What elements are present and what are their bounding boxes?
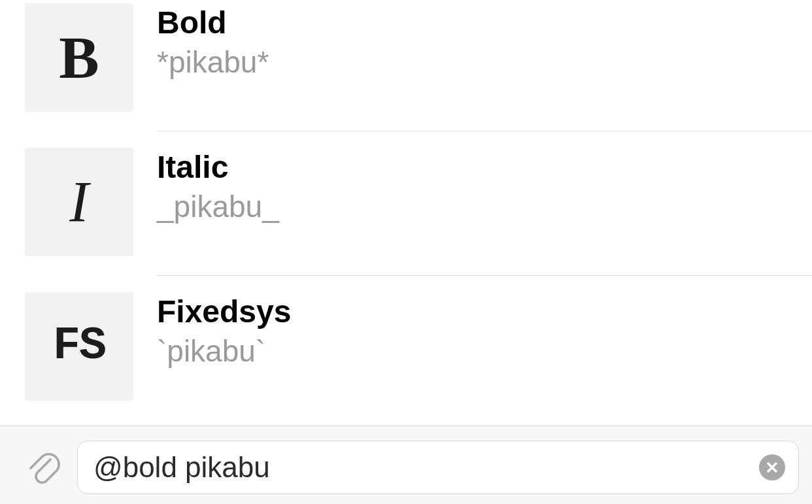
- clear-input-button[interactable]: [759, 454, 785, 480]
- italic-icon: I: [69, 173, 88, 231]
- suggestion-subtitle: `pikabu`: [157, 335, 812, 368]
- divider: [157, 131, 812, 131]
- suggestion-icon-box: B: [25, 3, 133, 112]
- suggestions-list: B Bold *pikabu* I Italic _pikabu_ FS Fix…: [0, 0, 812, 426]
- suggestion-text: Fixedsys `pikabu`: [133, 292, 812, 367]
- suggestion-subtitle: _pikabu_: [157, 190, 812, 224]
- bold-icon: B: [59, 27, 99, 88]
- suggestion-icon-box: I: [25, 148, 133, 256]
- paperclip-icon: [24, 448, 61, 486]
- message-input-wrap: [77, 441, 799, 494]
- suggestion-row-fixedsys[interactable]: FS Fixedsys `pikabu`: [0, 292, 812, 401]
- suggestion-subtitle: *pikabu*: [157, 46, 812, 79]
- close-icon: [766, 461, 779, 474]
- suggestion-text: Bold *pikabu*: [133, 3, 812, 78]
- suggestion-row-bold[interactable]: B Bold *pikabu*: [0, 3, 812, 112]
- suggestion-title: Bold: [157, 6, 812, 41]
- suggestion-title: Fixedsys: [157, 295, 812, 329]
- suggestion-title: Italic: [157, 150, 812, 185]
- message-input[interactable]: [93, 451, 759, 484]
- suggestion-text: Italic _pikabu_: [133, 148, 812, 223]
- suggestion-icon-box: FS: [25, 292, 133, 401]
- attach-button[interactable]: [20, 445, 65, 490]
- divider: [157, 275, 812, 276]
- suggestion-row-italic[interactable]: I Italic _pikabu_: [0, 148, 812, 256]
- message-input-bar: [0, 426, 812, 504]
- fixedsys-icon: FS: [53, 324, 105, 369]
